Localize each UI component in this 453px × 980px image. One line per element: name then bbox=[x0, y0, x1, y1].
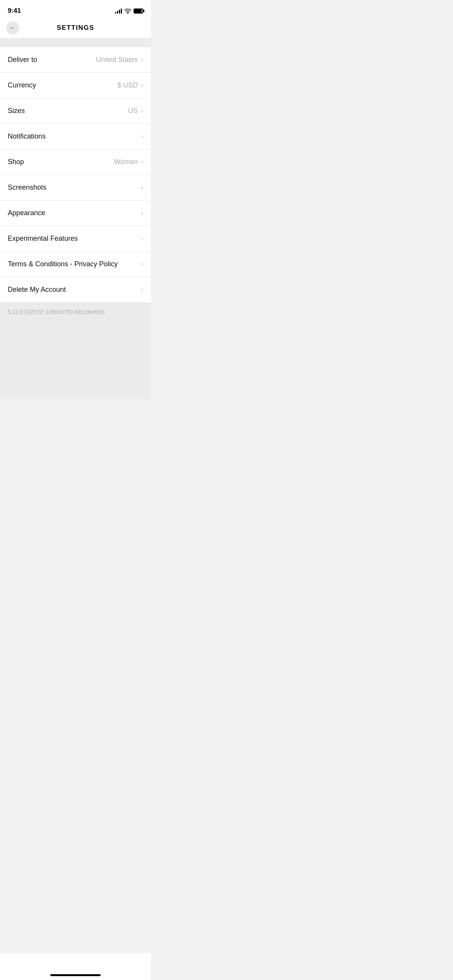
settings-item-deliver-to[interactable]: Deliver to United States › bbox=[0, 47, 151, 73]
experimental-value-container: › bbox=[141, 235, 143, 243]
settings-item-appearance[interactable]: Appearance › bbox=[0, 200, 151, 226]
experimental-label: Experimental Features bbox=[8, 235, 78, 243]
battery-icon bbox=[134, 9, 143, 14]
status-time: 9:41 bbox=[8, 7, 21, 15]
sizes-label: Sizes bbox=[8, 107, 25, 115]
sizes-value: US bbox=[128, 107, 138, 115]
deliver-to-value: United States bbox=[96, 56, 138, 64]
shop-label: Shop bbox=[8, 158, 24, 166]
delete-account-chevron-icon: › bbox=[141, 286, 143, 294]
version-text: 5.13.0 (105737.135010750 80c19bef2e) bbox=[8, 309, 105, 315]
settings-item-screenshots[interactable]: Screenshots › bbox=[0, 175, 151, 200]
back-button[interactable]: ← bbox=[6, 21, 19, 34]
settings-item-delete-account[interactable]: Delete My Account › bbox=[0, 277, 151, 302]
signal-icon bbox=[115, 8, 122, 14]
sizes-value-container: US › bbox=[128, 107, 143, 115]
terms-chevron-icon: › bbox=[141, 260, 143, 268]
deliver-to-label: Deliver to bbox=[8, 56, 37, 64]
settings-item-notifications[interactable]: Notifications › bbox=[0, 124, 151, 149]
back-arrow-icon: ← bbox=[10, 25, 16, 31]
notifications-label: Notifications bbox=[8, 132, 46, 140]
version-info: 5.13.0 (105737.135010750 80c19bef2e) bbox=[0, 302, 151, 322]
deliver-to-chevron-icon: › bbox=[141, 56, 143, 64]
screenshots-chevron-icon: › bbox=[141, 183, 143, 192]
main-content: Deliver to United States › Currency $ US… bbox=[0, 38, 151, 438]
appearance-chevron-icon: › bbox=[141, 209, 143, 217]
svg-point-0 bbox=[127, 13, 128, 14]
terms-label: Terms & Conditions - Privacy Policy bbox=[8, 260, 118, 268]
experimental-chevron-icon: › bbox=[141, 235, 143, 243]
sizes-chevron-icon: › bbox=[141, 107, 143, 115]
settings-item-terms[interactable]: Terms & Conditions - Privacy Policy › bbox=[0, 252, 151, 277]
status-icons bbox=[115, 8, 143, 14]
wifi-icon bbox=[124, 8, 131, 14]
screenshots-label: Screenshots bbox=[8, 183, 46, 192]
top-spacer bbox=[0, 38, 151, 47]
deliver-to-value-container: United States › bbox=[96, 56, 143, 64]
currency-label: Currency bbox=[8, 81, 36, 89]
delete-account-label: Delete My Account bbox=[8, 286, 66, 294]
screenshots-value-container: › bbox=[141, 183, 143, 192]
appearance-label: Appearance bbox=[8, 209, 45, 217]
settings-item-shop[interactable]: Shop Women › bbox=[0, 149, 151, 175]
settings-item-currency[interactable]: Currency $ USD › bbox=[0, 73, 151, 98]
appearance-value-container: › bbox=[141, 209, 143, 217]
delete-account-value-container: › bbox=[141, 286, 143, 294]
settings-item-experimental[interactable]: Experimental Features › bbox=[0, 226, 151, 252]
settings-header: ← SETTINGS bbox=[0, 19, 151, 38]
gray-fill-area bbox=[0, 322, 151, 399]
shop-value-container: Women › bbox=[114, 158, 143, 166]
shop-value: Women bbox=[114, 158, 138, 166]
notifications-value-container: › bbox=[141, 132, 143, 140]
currency-value: $ USD bbox=[117, 81, 138, 89]
shop-chevron-icon: › bbox=[141, 158, 143, 166]
notifications-chevron-icon: › bbox=[141, 132, 143, 140]
currency-chevron-icon: › bbox=[141, 81, 143, 89]
settings-item-sizes[interactable]: Sizes US › bbox=[0, 98, 151, 124]
settings-list: Deliver to United States › Currency $ US… bbox=[0, 47, 151, 302]
currency-value-container: $ USD › bbox=[117, 81, 143, 89]
page-title: SETTINGS bbox=[57, 24, 94, 32]
terms-value-container: › bbox=[141, 260, 143, 268]
status-bar: 9:41 bbox=[0, 0, 151, 19]
